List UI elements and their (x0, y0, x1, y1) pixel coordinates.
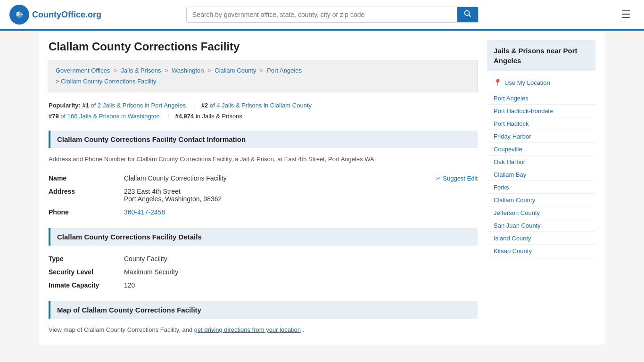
address-line2: Port Angeles, Washington, 98362 (124, 195, 222, 203)
breadcrumb-link-washington[interactable]: Washington (172, 67, 204, 74)
suggest-edit-link[interactable]: ✂ Suggest Edit (436, 174, 478, 182)
sidebar-link-port-angeles[interactable]: Port Angeles (494, 95, 528, 102)
contact-detail-table: Name Clallam County Corrections Facility… (49, 172, 478, 219)
logo-brand: CountyOffice (32, 10, 85, 19)
rank2-number: #2 (201, 102, 208, 109)
name-label: Name (49, 174, 124, 182)
sidebar-link-island-county[interactable]: Island County (494, 235, 531, 242)
svg-line-3 (469, 15, 471, 17)
sidebar-link-coupeville[interactable]: Coupeville (494, 146, 522, 153)
sidebar-link-friday-harbor[interactable]: Friday Harbor (494, 133, 531, 140)
main-wrapper: Clallam County Corrections Facility Gove… (39, 31, 605, 345)
list-item: Port Hadlock-Irondale (487, 105, 595, 117)
logo-icon (9, 5, 29, 25)
breadcrumb-separator-5: > (56, 78, 61, 85)
contact-section-header: Clallam County Corrections Facility Cont… (49, 131, 478, 148)
phone-value: 360-417-2458 (124, 208, 478, 216)
logo-link[interactable]: CountyOffice.org (9, 5, 101, 25)
sidebar-link-clallam-county[interactable]: Clallam County (494, 197, 535, 204)
list-item: Friday Harbor (487, 130, 595, 143)
popularity-label: Popularity: (49, 102, 81, 109)
rank3-link[interactable]: of 166 Jails & Prisons in Washington (60, 113, 160, 120)
content-area: Clallam County Corrections Facility Gove… (49, 40, 478, 335)
sidebar: Jails & Prisons near Port Angeles 📍 Use … (487, 40, 595, 335)
list-item: Port Angeles (487, 92, 595, 105)
breadcrumb-link-jails[interactable]: Jails & Prisons (121, 67, 161, 74)
sidebar-link-jefferson-county[interactable]: Jefferson County (494, 209, 540, 216)
address-line1: 223 East 4th Street (124, 188, 181, 195)
map-section-header: Map of Clallam County Corrections Facili… (49, 301, 478, 319)
rank1-link[interactable]: of 2 Jails & Prisons in Port Angeles (91, 102, 186, 109)
search-input[interactable] (187, 7, 457, 22)
hamburger-menu-button[interactable]: ☰ (618, 7, 635, 23)
breadcrumb-separator: > (114, 67, 119, 74)
list-item: Port Hadlock (487, 117, 595, 130)
sidebar-links-list: Port Angeles Port Hadlock-Irondale Port … (487, 92, 595, 257)
map-description: View map of Clallam County Corrections F… (49, 325, 478, 335)
contact-description: Address and Phone Number for Clallam Cou… (49, 155, 478, 165)
details-table: Type County Facility Security Level Maxi… (49, 252, 478, 292)
scissors-icon: ✂ (436, 175, 441, 182)
rank3-number: #79 (49, 113, 59, 120)
sidebar-header: Jails & Prisons near Port Angeles (487, 40, 595, 71)
breadcrumb-separator-4: > (260, 67, 265, 74)
phone-row: Phone 360-417-2458 (49, 206, 478, 219)
search-container (186, 7, 479, 23)
sidebar-link-kitsap-county[interactable]: Kitsap County (494, 247, 532, 255)
type-label: Type (49, 255, 124, 263)
breadcrumb-separator-3: > (207, 67, 213, 74)
capacity-row: Inmate Capacity 120 (49, 279, 478, 292)
sidebar-link-forks[interactable]: Forks (494, 184, 509, 191)
rank2-link[interactable]: of 4 Jails & Prisons in Clallam County (210, 102, 312, 109)
pipe-2: | (168, 113, 169, 120)
driving-directions-link[interactable]: get driving directions from your locatio… (194, 326, 301, 333)
sidebar-link-port-hadlock-irondale[interactable]: Port Hadlock-Irondale (494, 107, 553, 115)
suggest-edit-label: Suggest Edit (443, 175, 478, 182)
location-pin-icon: 📍 (494, 79, 502, 86)
breadcrumb-link-port-angeles[interactable]: Port Angeles (267, 67, 302, 74)
popularity-section: Popularity: #1 of 2 Jails & Prisons in P… (49, 100, 478, 122)
logo-suffix: .org (85, 10, 101, 19)
sidebar-link-oak-harbor[interactable]: Oak Harbor (494, 158, 525, 165)
list-item: Island County (487, 232, 595, 245)
list-item: Jefferson County (487, 206, 595, 219)
list-item: Oak Harbor (487, 156, 595, 168)
sidebar-link-port-hadlock[interactable]: Port Hadlock (494, 120, 528, 127)
phone-link[interactable]: 360-417-2458 (124, 208, 165, 216)
rank-4: #4,974 in Jails & Prisons (175, 113, 242, 120)
svg-point-2 (465, 11, 470, 16)
breadcrumb: Government Offices > Jails & Prisons > W… (49, 60, 478, 92)
list-item: Coupeville (487, 143, 595, 156)
address-label: Address (49, 188, 124, 203)
list-item: San Juan County (487, 219, 595, 232)
phone-label: Phone (49, 208, 124, 216)
name-row: Name Clallam County Corrections Facility… (49, 172, 478, 185)
rank1-number: #1 (83, 102, 89, 109)
security-row: Security Level Maximum Security (49, 265, 478, 279)
rank-1: #1 of 2 Jails & Prisons in Port Angeles (83, 102, 188, 109)
sidebar-link-clallam-bay[interactable]: Clallam Bay (494, 171, 526, 178)
list-item: Kitsap County (487, 245, 595, 257)
breadcrumb-link-gov[interactable]: Government Offices (56, 67, 110, 74)
breadcrumb-link-facility[interactable]: Clallam County Corrections Facility (61, 78, 156, 85)
search-button[interactable] (457, 7, 478, 22)
details-section-header: Clallam County Corrections Facility Deta… (49, 228, 478, 246)
use-location-link[interactable]: Use My Location (504, 79, 550, 86)
pipe-1: | (194, 102, 196, 109)
name-value: Clallam County Corrections Facility (124, 174, 436, 182)
svg-point-1 (17, 12, 19, 15)
map-desc-start: View map of Clallam County Corrections F… (49, 326, 194, 333)
list-item: Clallam County (487, 194, 595, 206)
address-row: Address 223 East 4th Street Port Angeles… (49, 185, 478, 206)
type-row: Type County Facility (49, 252, 478, 265)
use-location-row: 📍 Use My Location (487, 76, 595, 89)
breadcrumb-link-clallam[interactable]: Clallam County (215, 67, 256, 74)
address-value: 223 East 4th Street Port Angeles, Washin… (124, 188, 478, 203)
logo-text: CountyOffice.org (32, 10, 101, 20)
sidebar-link-san-juan-county[interactable]: San Juan County (494, 222, 541, 229)
capacity-value: 120 (124, 281, 478, 289)
rank-3: #79 of 166 Jails & Prisons in Washington (49, 113, 161, 120)
list-item: Forks (487, 181, 595, 194)
capacity-label: Inmate Capacity (49, 281, 124, 289)
page-title: Clallam County Corrections Facility (49, 40, 478, 53)
